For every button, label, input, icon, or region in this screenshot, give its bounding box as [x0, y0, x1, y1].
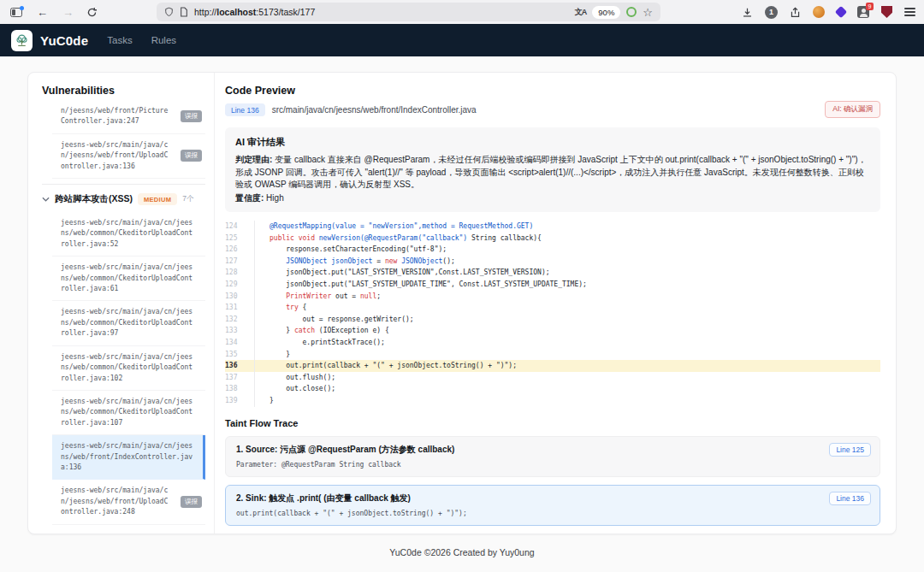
vulnerabilities-sidebar: Vulnerabilities n/jeesns/web/front/Pictu…: [28, 73, 215, 534]
false-positive-badge: 误报: [181, 110, 202, 122]
code-text: PrintWriter out = null;: [254, 291, 880, 303]
code-text: }: [254, 395, 880, 407]
download-icon[interactable]: [742, 7, 753, 18]
vuln-file-path: jeesns-web/src/main/java/c n/jeesns/web/…: [61, 140, 176, 172]
taint-step-code: Parameter: @RequestParam String callback: [236, 461, 869, 469]
line-number: 128: [225, 267, 254, 279]
code-text: @RequestMapping(value = "newVersion",met…: [254, 221, 880, 233]
vuln-file-path: jeesns-web/src/main/java/cn/jees ns/web/…: [61, 307, 202, 339]
shield-extension-icon[interactable]: [881, 6, 892, 18]
code-text: } catch (IOException e) {: [254, 325, 880, 337]
taint-line-badge[interactable]: Line 136: [829, 492, 871, 505]
vuln-file-path: jeesns-web/src/main/java/c n/jeesns/web/…: [61, 486, 176, 517]
page-body: Vulnerabilities n/jeesns/web/front/Pictu…: [0, 56, 924, 572]
code-text: out.print(callback + "(" + jsonObject.to…: [254, 360, 880, 372]
tab-count-badge[interactable]: 1: [765, 6, 778, 19]
vuln-list-item[interactable]: jeesns-web/src/main/java/cn/jees ns/web/…: [52, 435, 205, 480]
back-icon[interactable]: ←: [37, 7, 48, 18]
vuln-group-header[interactable]: 跨站脚本攻击(XSS) MEDIUM 7个: [42, 184, 205, 212]
taint-step-code: out.print(callback + "(" + jsonObject.to…: [236, 510, 869, 517]
line-number: 138: [225, 383, 254, 395]
taint-step-source: 1. Source: 污点源 @RequestParam (方法参数 callb…: [225, 436, 880, 477]
line-number: 137: [225, 372, 254, 384]
fox-extension-icon[interactable]: [813, 6, 825, 18]
vuln-list-item[interactable]: jeesns-web/src/main/java/cn/jees ns/web/…: [52, 257, 205, 301]
code-text: out.flush();: [254, 372, 880, 384]
line-number: 132: [225, 314, 254, 326]
code-line: 128 jsonObject.put("LAST_SYSTEM_VERSION"…: [225, 267, 880, 279]
line-number: 129: [225, 279, 254, 291]
line-number: 126: [225, 244, 254, 256]
app-navbar: YuC0de Tasks Rules: [0, 24, 924, 56]
code-text: out.close();: [254, 383, 880, 395]
vuln-list-top: n/jeesns/web/front/Picture Controller.ja…: [42, 103, 205, 179]
vuln-list-item[interactable]: jeesns-web/src/main/java/cn/jees ns/web/…: [52, 301, 205, 345]
line-number: 139: [225, 395, 254, 407]
shield-icon[interactable]: [164, 7, 174, 17]
sidebar-tabs-icon[interactable]: [10, 8, 22, 17]
line-number: 131: [225, 302, 254, 314]
vuln-group-label: 跨站脚本攻击(XSS): [55, 193, 133, 205]
vuln-list-item[interactable]: jeesns-web/src/main/java/cn/jees ns/web/…: [52, 391, 205, 435]
taint-line-badge[interactable]: Line 125: [829, 443, 871, 457]
line-number: 124: [225, 221, 254, 233]
nav-link-rules[interactable]: Rules: [151, 35, 176, 45]
code-text: }: [254, 349, 880, 361]
code-preview-panel: Code Preview Line 136 src/main/java/cn/j…: [215, 73, 896, 534]
reload-icon[interactable]: [86, 7, 98, 18]
line-number: 133: [225, 325, 254, 337]
taint-step-title: 1. Source: 污点源 @RequestParam (方法参数 callb…: [236, 444, 869, 456]
vuln-list-item[interactable]: jeesns-web/src/main/java/cn/jees ns/web/…: [52, 346, 205, 391]
brand-title[interactable]: YuC0de: [40, 33, 88, 48]
forward-icon[interactable]: →: [62, 7, 74, 18]
severity-badge: MEDIUM: [138, 193, 177, 205]
vuln-file-path: jeesns-web/src/main/java/cn/jees ns/web/…: [61, 262, 202, 294]
chevron-down-icon: [42, 197, 50, 202]
false-positive-badge: 误报: [181, 150, 202, 162]
translate-icon[interactable]: 文A: [575, 7, 587, 18]
code-line: 129 jsonObject.put("LAST_SYSTEM_UPDATE_T…: [225, 279, 880, 291]
code-text: try {: [254, 302, 880, 314]
url-text: http://localhost:5173/task/177: [194, 7, 315, 17]
vuln-list-item[interactable]: jeesns-web/src/main/java/c n/jeesns/web/…: [52, 480, 205, 524]
code-text: e.printStackTrace();: [254, 337, 880, 349]
page-icon[interactable]: [180, 7, 188, 17]
ai-audit-confidence: 置信度: High: [235, 192, 870, 205]
taint-steps: 1. Source: 污点源 @RequestParam (方法参数 callb…: [225, 436, 880, 526]
code-text: out = response.getWriter();: [254, 314, 880, 326]
tree-logo-icon: [15, 33, 29, 48]
line-number: 136: [225, 360, 254, 372]
code-block[interactable]: 124@RequestMapping(value = "newVersion",…: [225, 221, 880, 407]
url-bar[interactable]: http://localhost:5173/task/177 文A 90% ☆: [157, 3, 660, 21]
sidebar-title: Vulnerabilities: [42, 85, 205, 97]
vuln-group-count: 7个: [182, 194, 193, 204]
profile-extension-icon[interactable]: 9: [857, 6, 869, 18]
line-number: 134: [225, 337, 254, 349]
vuln-file-path: jeesns-web/src/main/java/cn/jees ns/web/…: [61, 397, 202, 428]
code-line: 136 out.print(callback + "(" + jsonObjec…: [225, 360, 880, 372]
vuln-list-item[interactable]: jeesns-web/src/main/java/cn/jees ns/web/…: [52, 212, 205, 257]
code-line: 127 JSONObject jsonObject = new JSONObje…: [225, 256, 880, 268]
ai-verdict-badge: AI: 确认漏洞: [825, 101, 880, 118]
gem-extension-icon[interactable]: [835, 6, 847, 18]
extension-icon[interactable]: [626, 7, 637, 17]
menu-icon[interactable]: [904, 8, 915, 16]
code-line: 132 out = response.getWriter();: [225, 314, 880, 326]
vuln-file-path: jeesns-web/src/main/java/cn/jees ns/web/…: [61, 218, 202, 250]
vuln-list-item[interactable]: n/jeesns/web/front/Picture Controller.ja…: [52, 103, 205, 134]
bookmark-star-icon[interactable]: ☆: [643, 7, 653, 18]
code-line: 137 out.flush();: [225, 372, 880, 384]
zoom-level[interactable]: 90%: [592, 6, 620, 19]
line-number: 130: [225, 291, 254, 303]
app-logo[interactable]: [11, 30, 33, 51]
vuln-list-item[interactable]: jeesns-web/src/main/java/c n/jeesns/web/…: [52, 134, 205, 179]
share-icon[interactable]: [790, 7, 801, 18]
browser-chrome: ← → http://localhost:5173/task/177 文A 90…: [0, 0, 924, 24]
nav-link-tasks[interactable]: Tasks: [107, 35, 132, 45]
code-line: 125public void newVersion(@RequestParam(…: [225, 233, 880, 245]
taint-step-sink: 2. Sink: 触发点 .print( (由变量 callback 触发)Li…: [225, 485, 880, 526]
code-text: jsonObject.put("LAST_SYSTEM_VERSION",Con…: [254, 267, 880, 279]
line-number: 125: [225, 233, 254, 245]
taint-flow-title: Taint Flow Trace: [225, 418, 880, 428]
code-text: JSONObject jsonObject = new JSONObject()…: [254, 256, 880, 268]
